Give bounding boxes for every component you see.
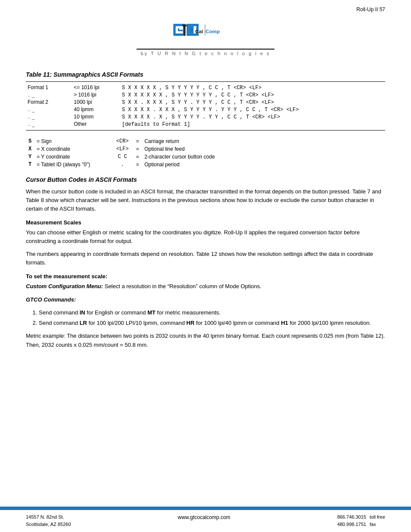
svg-text:Comp: Comp	[206, 28, 220, 34]
set-scale-heading: To set the measurement scale:	[26, 273, 385, 280]
table-row: .. _ 40 lpmm S X X X X . X X X , S Y Y Y…	[26, 106, 385, 113]
table-row: .. _ > 1016 lpi S X X X X X X , S Y Y Y …	[26, 91, 385, 99]
footer-phone2-label: fax	[370, 521, 376, 529]
custom-menu-text: Select a resolution in the “Resolution” …	[103, 283, 262, 289]
page-number: Roll-Up II 57	[0, 0, 411, 12]
footer-address-line1: 14557 N. 82nd St.	[26, 513, 71, 521]
gtco-label: GTCO Commands:	[26, 296, 76, 303]
cmd-mt: MT	[147, 309, 156, 316]
cmd-h1: H1	[281, 320, 288, 326]
measurement-body2: The numbers appearing in coordinate form…	[26, 250, 385, 267]
legend-row: S = Sign <CR> = Carriage return	[26, 137, 385, 145]
footer-blue-bar	[0, 507, 411, 510]
svg-rect-6	[189, 26, 194, 34]
footer-address-line2: Scottsdale, AZ 85260	[26, 521, 71, 529]
list-item-1: Send command IN for English or command M…	[39, 308, 385, 317]
custom-menu-para: Custom Configuration Menu: Select a reso…	[26, 282, 385, 291]
footer-phone2: 480.998.1751	[337, 521, 366, 529]
legend-row: Y = Y coordinate C C = 2-character curso…	[26, 153, 385, 161]
footer-phone2-row: 480.998.1751 fax	[337, 521, 385, 529]
format-data: S X X X X X , S Y Y Y Y Y , C C , T <CR>…	[122, 85, 262, 91]
logo-divider	[137, 49, 274, 50]
logo-subtitle: by T U R N I N G t e c h n o l o g i e s	[140, 51, 270, 56]
legend-row: T = Tablet ID (always "0") . = Optional …	[26, 161, 385, 168]
logo-area: Cal Comp by T U R N I N G t e c h n o l …	[0, 17, 411, 56]
measurement-heading: Measurement Scales	[26, 219, 385, 226]
svg-rect-3	[179, 28, 183, 30]
svg-text:Cal: Cal	[195, 28, 203, 34]
table-row: .. _ Other [defaults to Format 1]	[26, 121, 385, 131]
cursor-section-heading: Cursor Button Codes in ASCII Formats	[26, 176, 385, 183]
svg-rect-8	[183, 25, 187, 26]
footer-phone: 866.746.3015 toll free 480.998.1751 fax	[337, 513, 385, 529]
page: Roll-Up II 57 Cal Comp	[0, 0, 411, 532]
table-row: Format 1 <= 1016 lpi S X X X X X , S Y Y…	[26, 81, 385, 91]
table-row: .. _ 10 lpmm S X X X X . X , S Y Y Y Y .…	[26, 113, 385, 121]
format-label: Format 1	[28, 84, 56, 90]
svg-rect-7	[184, 25, 185, 36]
footer-address: 14557 N. 82nd St. Scottsdale, AZ 85260	[26, 513, 71, 529]
measurement-body1: You can choose either English or metric …	[26, 228, 385, 246]
cmd-in: IN	[80, 309, 85, 316]
gtco-commands-label: GTCO Commands:	[26, 296, 385, 304]
footer-phone1: 866.746.3015	[337, 513, 366, 521]
cmd-hr: HR	[187, 320, 195, 326]
legend-row: X = X coordinate <LF> = Optional line fe…	[26, 145, 385, 153]
footer-website: www.gtcocalcomp.com	[178, 513, 230, 520]
gtco-commands-list: Send command IN for English or command M…	[39, 308, 385, 328]
main-content: Table 11: Summagraphics ASCII Formats Fo…	[0, 62, 411, 507]
lpi-label: <= 1016 lpi	[74, 84, 103, 90]
logo-container: Cal Comp	[171, 17, 240, 47]
legend-table: S = Sign <CR> = Carriage return X = X co…	[26, 137, 385, 168]
list-item-2: Send command LR for 100 lpi/200 LPI/10 l…	[39, 319, 385, 328]
metric-example: Metric example: The distance between two…	[26, 332, 385, 349]
table-title: Table 11: Summagraphics ASCII Formats	[26, 71, 385, 78]
table-row: Format 2 1000 lpi S X X . X X X , S Y Y …	[26, 99, 385, 106]
footer-phone1-row: 866.746.3015 toll free	[337, 513, 385, 521]
cmd-lr: LR	[80, 320, 87, 326]
gtco-calcomp-logo: Cal Comp	[171, 17, 240, 47]
cursor-body-text: When the cursor button code is included …	[26, 187, 385, 213]
footer-content: 14557 N. 82nd St. Scottsdale, AZ 85260 w…	[0, 510, 411, 532]
footer-phone1-label: toll free	[370, 513, 385, 521]
ascii-formats-table: Format 1 <= 1016 lpi S X X X X X , S Y Y…	[26, 81, 385, 131]
custom-menu-label: Custom Configuration Menu:	[26, 283, 103, 289]
